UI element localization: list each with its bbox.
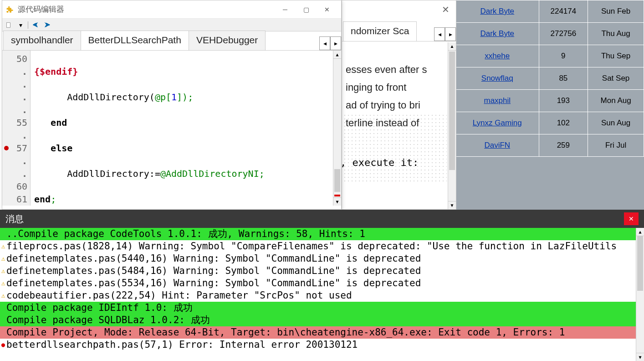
messages-body[interactable]: ..Compile package CodeTools 1.0.1: 成功, W… bbox=[0, 228, 644, 361]
scroll-thumb[interactable] bbox=[637, 236, 643, 291]
scrollbar-vertical[interactable]: ▲ ▼ bbox=[636, 228, 644, 361]
forum-table: Dark Byte224174Sun Feb Dark Byte272756Th… bbox=[455, 0, 644, 157]
forum-date: Thu Aug bbox=[588, 23, 644, 45]
message-line[interactable]: Compile Project, Mode: Release 64-Bit, T… bbox=[0, 326, 644, 339]
maximize-button[interactable]: ▢ bbox=[296, 2, 317, 17]
forum-user-link[interactable]: Dark Byte bbox=[480, 7, 514, 15]
tab-symbolhandler[interactable]: symbolhandler bbox=[3, 31, 81, 50]
tab-vehdebugger[interactable]: VEHDebugger bbox=[189, 31, 266, 50]
forum-count: 193 bbox=[539, 90, 588, 112]
warning-icon bbox=[0, 265, 6, 277]
editor-tabs: symbolhandler BetterDLLSearchPath VEHDeb… bbox=[2, 31, 341, 51]
forum-date: Sat Sep bbox=[588, 67, 644, 90]
forum-count: 9 bbox=[539, 45, 588, 67]
forum-count: 224174 bbox=[539, 0, 588, 23]
scroll-down-icon[interactable]: ▼ bbox=[448, 201, 456, 209]
warning-icon bbox=[0, 240, 6, 253]
message-line[interactable]: definetemplates.pas(5440,16) Warning: Sy… bbox=[0, 253, 644, 265]
gutter[interactable]: 50 . . . . 55 . 57 . . 60 61 bbox=[2, 51, 31, 206]
message-line[interactable]: definetemplates.pas(5484,16) Warning: Sy… bbox=[0, 265, 644, 277]
forum-date: Fri Jul bbox=[588, 134, 644, 157]
ide-source-editor-window: 源代码编辑器 ─ ▢ ✕ ▾ ⮜ ⮞ symbolhandler BetterD… bbox=[2, 0, 342, 210]
scroll-up-icon[interactable]: ▲ bbox=[448, 42, 456, 51]
close-icon[interactable]: ✕ bbox=[442, 4, 450, 15]
table-row: Dark Byte272756Thu Aug bbox=[456, 23, 644, 45]
table-row: DaviFN259Fri Jul bbox=[456, 134, 644, 157]
line-number: 50 bbox=[2, 52, 27, 65]
warning-icon bbox=[0, 277, 6, 289]
table-row: Snowflaq85Sat Sep bbox=[456, 67, 644, 90]
scroll-down-icon[interactable]: ▼ bbox=[333, 197, 341, 206]
warning-icon bbox=[0, 289, 6, 302]
scroll-down-icon[interactable]: ▼ bbox=[636, 353, 644, 361]
tab-randomizer[interactable]: ndomizer Sca bbox=[343, 21, 417, 41]
toolbar: ▾ ⮜ ⮞ bbox=[2, 19, 341, 31]
scroll-up-icon[interactable]: ▲ bbox=[333, 51, 341, 59]
forum-user-link[interactable]: Snowflaq bbox=[481, 74, 513, 83]
document-text: esses even after s inging to front ad of… bbox=[342, 59, 447, 134]
line-dot: . bbox=[2, 65, 27, 78]
tab-scroll-right-icon[interactable]: ▸ bbox=[330, 36, 341, 50]
tab-scroll-right-icon[interactable]: ▸ bbox=[445, 27, 456, 41]
file-icon[interactable] bbox=[4, 21, 13, 30]
forum-date: Sun Aug bbox=[588, 112, 644, 134]
line-number: 60 bbox=[2, 180, 27, 193]
forum-table-background: Dark Byte224174Sun Feb Dark Byte272756Th… bbox=[455, 0, 644, 210]
forum-user-link[interactable]: Dark Byte bbox=[480, 29, 514, 38]
message-line[interactable]: ..Compile package CodeTools 1.0.1: 成功, W… bbox=[0, 228, 644, 240]
messages-header[interactable]: 消息 ✕ bbox=[0, 210, 644, 228]
message-line[interactable]: Compile package IDEIntf 1.0: 成功 bbox=[0, 302, 644, 314]
puzzle-icon bbox=[6, 5, 14, 14]
scrollbar-vertical[interactable]: ▲ ▼ bbox=[448, 42, 456, 209]
code-editor[interactable]: 50 . . . . 55 . 57 . . 60 61 {$endif} Ad… bbox=[2, 51, 341, 206]
code-area[interactable]: {$endif} AddDllDirectory(@p[1]); end els… bbox=[31, 51, 333, 206]
minimize-button[interactable]: ─ bbox=[275, 2, 296, 17]
messages-panel: 消息 ✕ ..Compile package CodeTools 1.0.1: … bbox=[0, 210, 644, 361]
forum-count: 102 bbox=[539, 112, 588, 134]
breakpoint-icon[interactable] bbox=[4, 146, 9, 150]
forum-user-link[interactable]: maxphil bbox=[484, 96, 511, 105]
forum-user-link[interactable]: Lynxz Gaming bbox=[473, 119, 522, 127]
close-icon[interactable]: ✕ bbox=[624, 212, 639, 225]
message-line[interactable]: definetemplates.pas(5534,16) Warning: Sy… bbox=[0, 277, 644, 289]
scroll-thumb[interactable] bbox=[449, 52, 455, 170]
scrollbar-vertical[interactable]: ▲ ▼ bbox=[333, 51, 341, 206]
forum-user-link[interactable]: xxhehe bbox=[485, 52, 510, 60]
close-button[interactable]: ✕ bbox=[317, 2, 337, 17]
nav-back-icon[interactable]: ⮜ bbox=[31, 21, 40, 30]
tab-scroll-left-icon[interactable]: ◂ bbox=[319, 36, 330, 50]
message-line[interactable]: betterdllsearchpath.pas(57,1) Error: Int… bbox=[0, 339, 644, 351]
nav-forward-icon[interactable]: ⮞ bbox=[43, 21, 52, 30]
secondary-window: ✕ ndomizer Sca ◂ ▸ esses even after s in… bbox=[342, 0, 456, 210]
line-number: 57 bbox=[16, 143, 27, 154]
error-icon bbox=[0, 339, 6, 351]
forum-count: 272756 bbox=[539, 23, 588, 45]
message-line[interactable]: codebeautifier.pas(222,54) Hint: Paramet… bbox=[0, 289, 644, 302]
forum-count: 259 bbox=[539, 134, 588, 157]
tab-scroll-left-icon[interactable]: ◂ bbox=[434, 27, 445, 41]
forum-date: Mon Aug bbox=[588, 90, 644, 112]
forum-date: Thu Sep bbox=[588, 45, 644, 67]
svg-rect-0 bbox=[6, 22, 10, 27]
table-row: Dark Byte224174Sun Feb bbox=[456, 0, 644, 23]
line-dot: . bbox=[2, 167, 27, 180]
scroll-up-icon[interactable]: ▲ bbox=[636, 228, 644, 236]
forum-date: Sun Feb bbox=[588, 0, 644, 23]
line-number: 55 bbox=[2, 116, 27, 129]
scroll-error-marker bbox=[334, 195, 340, 196]
message-line[interactable]: fileprocs.pas(1828,14) Warning: Symbol "… bbox=[0, 240, 644, 253]
warning-icon bbox=[0, 253, 6, 265]
forum-user-link[interactable]: DaviFN bbox=[484, 141, 510, 150]
line-dot: . bbox=[2, 129, 27, 142]
table-row: xxhehe9Thu Sep bbox=[456, 45, 644, 67]
line-number: 61 bbox=[2, 193, 27, 206]
line-dot: . bbox=[2, 155, 27, 167]
titlebar[interactable]: 源代码编辑器 ─ ▢ ✕ bbox=[2, 0, 341, 19]
dropdown-icon[interactable]: ▾ bbox=[16, 21, 25, 30]
forum-count: 85 bbox=[539, 67, 588, 90]
table-row: Lynxz Gaming102Sun Aug bbox=[456, 112, 644, 134]
scroll-thumb[interactable] bbox=[334, 169, 340, 192]
tab-betterdllsearchpath[interactable]: BetterDLLSearchPath bbox=[81, 31, 189, 50]
message-line[interactable]: Compile package SQLDBLaz 1.0.2: 成功 bbox=[0, 314, 644, 326]
line-dot: . bbox=[2, 91, 27, 103]
